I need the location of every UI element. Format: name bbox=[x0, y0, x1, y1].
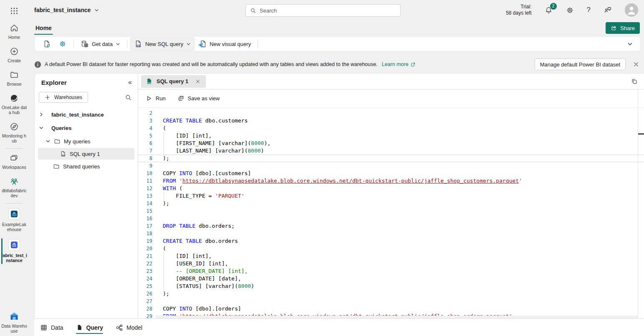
sidebar-item-home[interactable]: Home bbox=[0, 20, 28, 43]
sidebar-item-create[interactable]: Create bbox=[0, 43, 28, 67]
view-tab-model[interactable]: Model bbox=[116, 319, 142, 336]
code-line[interactable]: 14); bbox=[138, 200, 644, 207]
help-icon[interactable]: ? bbox=[587, 6, 591, 14]
monitoring-hub-icon bbox=[10, 122, 19, 131]
sidebar-item-dbtlabsfabricdev[interactable]: dbtlabsfabricdev bbox=[0, 173, 28, 202]
sidebar-item-browse[interactable]: Browse bbox=[0, 67, 28, 90]
query-editor-area: SQL SQL query 1 Run Save as view bbox=[138, 74, 644, 318]
code-line[interactable]: 3CREATE TABLE dbo.customers bbox=[138, 117, 644, 125]
view-tab-data[interactable]: Data bbox=[40, 319, 63, 336]
table-grid-icon bbox=[40, 324, 48, 331]
tree-item-my-queries[interactable]: My queries bbox=[35, 135, 138, 148]
sidebar-item-label: dbtlabsfabricdev bbox=[1, 188, 27, 198]
add-warehouses-button[interactable]: Warehouses bbox=[39, 92, 88, 103]
run-button[interactable]: Run bbox=[145, 95, 166, 102]
line-number: 10 bbox=[138, 170, 152, 177]
explorer-panel: Explorer « Warehouses fabric_test_instan… bbox=[35, 74, 138, 318]
code-line[interactable]: 27 bbox=[138, 298, 644, 305]
new-visual-query-button[interactable]: New visual query bbox=[194, 37, 255, 51]
get-data-button[interactable]: Get data bbox=[77, 37, 124, 51]
share-button[interactable]: Share bbox=[606, 22, 640, 34]
onelake-icon bbox=[10, 94, 19, 103]
sql-document-icon: SQL bbox=[134, 40, 142, 48]
sidebar-item-data-warehouse[interactable]: Data Warehouse bbox=[0, 308, 28, 336]
code-line[interactable]: 10COPY INTO [dbo].[customers] bbox=[138, 170, 644, 177]
new-sql-query-button[interactable]: SQL New SQL query bbox=[130, 37, 194, 51]
sidebar-item-label: Home bbox=[8, 35, 20, 40]
user-avatar[interactable] bbox=[625, 3, 638, 17]
banner-close-icon[interactable] bbox=[631, 60, 641, 69]
code-line[interactable]: 19CREATE TABLE dbo.orders bbox=[138, 237, 644, 245]
query-toolbar: Run Save as view bbox=[138, 89, 644, 108]
refresh-dataset-button[interactable] bbox=[39, 37, 55, 51]
code-line[interactable]: 7 [LAST_NAME] [varchar](8000) bbox=[138, 147, 644, 155]
copy-icon[interactable] bbox=[631, 78, 638, 85]
code-line[interactable]: 18 bbox=[138, 230, 644, 237]
tab-home[interactable]: Home bbox=[34, 25, 53, 31]
explorer-search-icon[interactable] bbox=[125, 94, 132, 101]
code-line[interactable]: 9 bbox=[138, 162, 644, 170]
tree-item-warehouse[interactable]: fabric_test_instance bbox=[35, 108, 138, 121]
warehouse-icon bbox=[8, 239, 20, 251]
code-line[interactable]: 5 [ID] [int], bbox=[138, 132, 644, 140]
sidebar-item-onelake-data-hub[interactable]: OneLake data hub bbox=[0, 90, 28, 119]
query-tab-sql-query-1[interactable]: SQL SQL query 1 bbox=[141, 75, 206, 88]
sql-code-editor[interactable]: 23CREATE TABLE dbo.customers4(5 [ID] [in… bbox=[138, 108, 644, 318]
view-tab-query[interactable]: Query bbox=[76, 319, 103, 336]
workspace-name: fabric_test_instance bbox=[34, 7, 91, 13]
manage-default-dataset-button[interactable]: Manage default Power BI dataset bbox=[535, 59, 626, 70]
app-launcher-waffle-icon[interactable] bbox=[10, 7, 18, 15]
tree-item-queries[interactable]: Queries bbox=[35, 121, 138, 135]
code-line[interactable]: 20( bbox=[138, 245, 644, 252]
horizontal-scrollbar[interactable] bbox=[156, 316, 638, 318]
save-as-view-button[interactable]: Save as view bbox=[177, 95, 220, 102]
line-number: 29 bbox=[138, 313, 152, 318]
results-splitter-handle[interactable] bbox=[638, 133, 644, 135]
code-line[interactable]: 25 [STATUS] [varchar](8000) bbox=[138, 283, 644, 290]
rail-divider bbox=[5, 203, 23, 204]
code-line[interactable]: 17DROP TABLE dbo.orders; bbox=[138, 222, 644, 230]
folder-icon bbox=[54, 138, 61, 145]
code-line[interactable]: 28COPY INTO [dbo].[orders] bbox=[138, 305, 644, 313]
code-line[interactable]: 4( bbox=[138, 125, 644, 132]
external-link-icon bbox=[410, 62, 416, 67]
code-line[interactable]: 26); bbox=[138, 290, 644, 298]
sql-document-icon: SQL bbox=[146, 78, 153, 85]
code-line[interactable]: 16 bbox=[138, 215, 644, 222]
code-line[interactable]: 23 -- [ORDER_DATE] [int], bbox=[138, 267, 644, 275]
settings-gear-icon[interactable] bbox=[566, 6, 574, 15]
line-number: 18 bbox=[138, 230, 152, 237]
learn-more-link[interactable]: Learn more bbox=[382, 61, 416, 67]
code-line[interactable]: 11FROM 'https://dbtlabsynapsedatalake.bl… bbox=[138, 177, 644, 185]
workspace-people-icon bbox=[10, 177, 19, 186]
line-number: 6 bbox=[138, 140, 152, 147]
code-line[interactable]: 15 bbox=[138, 207, 644, 215]
code-line[interactable]: 12WITH ( bbox=[138, 185, 644, 192]
code-line[interactable]: 6 [FIRST_NAME] [varchar](8000), bbox=[138, 140, 644, 147]
settings-button[interactable] bbox=[55, 37, 71, 51]
code-line[interactable]: 21 [ID] [int], bbox=[138, 252, 644, 260]
tree-item-shared-queries[interactable]: Shared queries bbox=[35, 160, 138, 173]
info-banner: A default Power BI dataset for faster re… bbox=[34, 58, 641, 71]
workspace-switcher[interactable]: fabric_test_instance bbox=[34, 7, 99, 13]
line-number: 12 bbox=[138, 185, 152, 192]
sidebar-item-fabric-test-instance[interactable]: fabric_test_instance bbox=[0, 236, 28, 267]
code-line[interactable]: 2 bbox=[138, 109, 644, 117]
toolbar-collapse-chevron-icon[interactable] bbox=[624, 40, 636, 48]
sidebar-item-workspaces[interactable]: Workspaces bbox=[0, 150, 28, 173]
code-line[interactable]: 13 FILE_TYPE = 'PARQUET' bbox=[138, 192, 644, 200]
code-line[interactable]: 8); bbox=[138, 155, 644, 162]
sidebar-item-monitoring-hub[interactable]: Monitoring hub bbox=[0, 119, 28, 147]
notifications-bell-icon[interactable]: 2 bbox=[544, 6, 553, 15]
search-input[interactable]: Search bbox=[245, 4, 401, 17]
tab-close-icon[interactable] bbox=[194, 78, 201, 85]
feedback-icon[interactable] bbox=[603, 5, 612, 15]
collapse-panel-icon[interactable]: « bbox=[128, 79, 132, 86]
code-line[interactable]: 24 [ORDER_DATE] [date], bbox=[138, 275, 644, 283]
indent-guide bbox=[164, 139, 164, 148]
line-number: 14 bbox=[138, 200, 152, 207]
run-play-icon bbox=[145, 95, 152, 102]
code-line[interactable]: 22 [USER_ID] [int], bbox=[138, 260, 644, 267]
tree-item-sql-query-1[interactable]: SQL SQL query 1 bbox=[38, 148, 134, 160]
sidebar-item-examplelakehouse[interactable]: ExampleLakehouse bbox=[0, 205, 28, 236]
